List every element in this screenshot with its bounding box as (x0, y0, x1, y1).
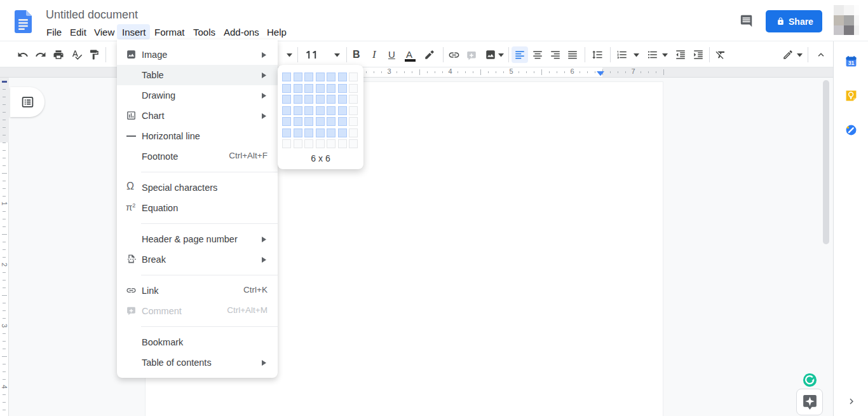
svg-text:31: 31 (848, 60, 855, 66)
